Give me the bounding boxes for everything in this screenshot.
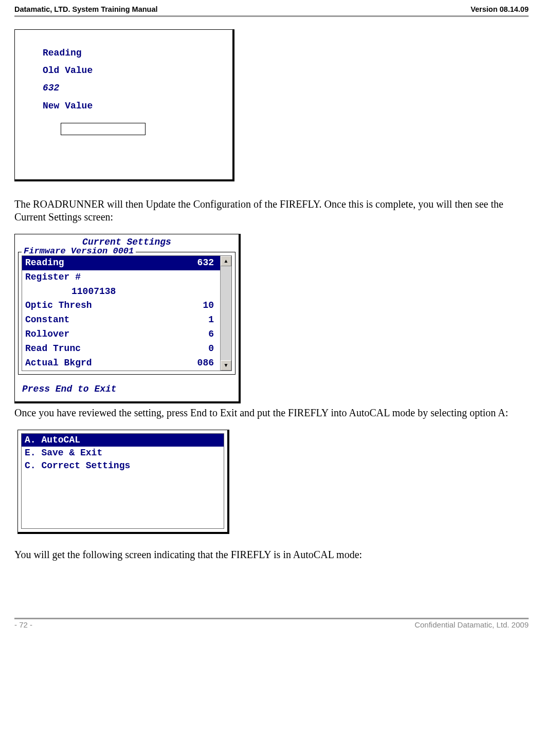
menu-item-save-exit[interactable]: E. Save & Exit bbox=[22, 447, 224, 459]
page-footer: - 72 - Confidential Datamatic, Ltd. 2009 bbox=[14, 619, 529, 629]
screenshot-old-new-value: Reading Old Value 632 New Value bbox=[14, 29, 234, 181]
list-item[interactable]: Register # bbox=[22, 270, 220, 285]
screenshot-current-settings: Current Settings Firmware Version 0001 R… bbox=[14, 234, 241, 403]
header-left: Datamatic, LTD. System Training Manual bbox=[14, 5, 158, 13]
header-right: Version 08.14.09 bbox=[470, 5, 529, 13]
list-item[interactable]: 11007138 bbox=[22, 285, 220, 299]
menu-item-correct-settings[interactable]: C. Correct Settings bbox=[22, 459, 224, 472]
list-item[interactable]: Rollover 6 bbox=[22, 327, 220, 342]
scrollbar[interactable]: ▲ ▼ bbox=[220, 256, 231, 371]
press-end-label: Press End to Exit bbox=[18, 375, 236, 396]
list-item[interactable]: Read Trunc 0 bbox=[22, 342, 220, 356]
page-header: Datamatic, LTD. System Training Manual V… bbox=[14, 5, 529, 15]
paragraph-2: Once you have reviewed the setting, pres… bbox=[14, 407, 529, 419]
header-rule bbox=[14, 15, 529, 17]
list-item[interactable]: Constant 1 bbox=[22, 313, 220, 327]
old-value-label: Old Value bbox=[43, 62, 225, 79]
confidential-label: Confidential Datamatic, Ltd. 2009 bbox=[414, 620, 529, 629]
screenshot-menu: A. AutoCAL E. Save & Exit C. Correct Set… bbox=[17, 430, 229, 534]
list-item[interactable]: Optic Thresh 10 bbox=[22, 299, 220, 313]
list-item[interactable]: Actual Bkgrd 086 bbox=[22, 356, 220, 371]
menu-item-autocal[interactable]: A. AutoCAL bbox=[22, 434, 224, 447]
settings-listbox[interactable]: Reading 632 Register # 11007138 Optic Th… bbox=[22, 255, 232, 371]
scroll-up-icon[interactable]: ▲ bbox=[221, 256, 231, 266]
new-value-label: New Value bbox=[43, 97, 225, 115]
firmware-fieldset: Firmware Version 0001 Reading 632 Regist… bbox=[18, 252, 236, 375]
new-value-input[interactable] bbox=[61, 123, 146, 135]
menu-listbox[interactable]: A. AutoCAL E. Save & Exit C. Correct Set… bbox=[21, 433, 224, 529]
paragraph-3: You will get the following screen indica… bbox=[14, 548, 529, 561]
list-item[interactable]: Reading 632 bbox=[22, 256, 220, 270]
page-number: - 72 - bbox=[14, 620, 32, 629]
reading-label: Reading bbox=[43, 44, 225, 62]
scroll-down-icon[interactable]: ▼ bbox=[221, 360, 231, 371]
paragraph-1: The ROADRUNNER will then Update the Conf… bbox=[14, 198, 529, 224]
firmware-legend: Firmware Version 0001 bbox=[22, 247, 136, 255]
scroll-track[interactable] bbox=[221, 266, 231, 360]
old-value-number: 632 bbox=[43, 79, 225, 97]
